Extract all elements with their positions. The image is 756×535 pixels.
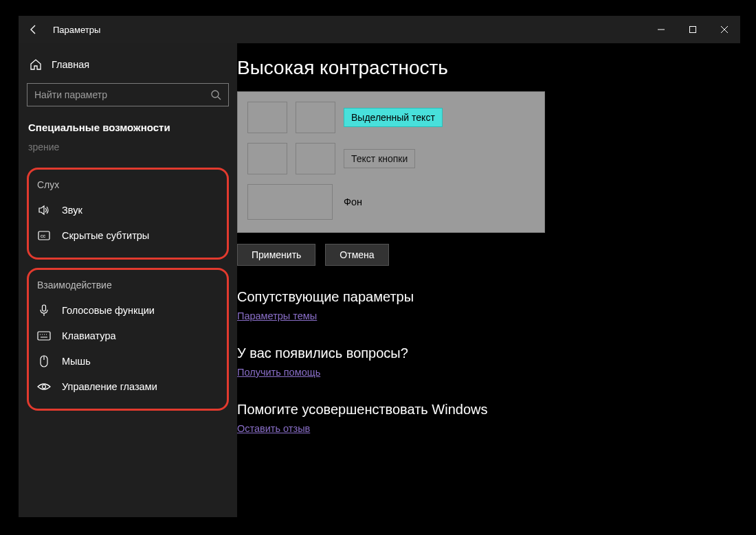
group-interaction-label: Взаимодействие xyxy=(33,277,223,297)
settings-window: Параметры Главная xyxy=(19,16,740,517)
sidebar-item-speech[interactable]: Голосовые функции xyxy=(33,297,223,323)
microphone-icon xyxy=(37,304,51,317)
feedback-heading: Помогите усовершенствовать Windows xyxy=(237,402,726,418)
color-swatch-bg[interactable] xyxy=(296,102,335,133)
color-swatch-background[interactable] xyxy=(247,184,333,220)
feedback-link[interactable]: Оставить отзыв xyxy=(237,423,310,434)
maximize-button[interactable] xyxy=(677,16,709,43)
color-swatch-btn-fg[interactable] xyxy=(247,143,287,174)
section-title: Специальные возможности xyxy=(27,119,229,140)
back-button[interactable] xyxy=(19,16,49,43)
background-label: Фон xyxy=(344,196,362,207)
cancel-button[interactable]: Отмена xyxy=(325,244,388,266)
mouse-icon xyxy=(37,355,51,367)
search-field[interactable] xyxy=(34,89,210,100)
sidebar-item-vision[interactable]: зрение xyxy=(27,140,229,159)
sidebar-item-keyboard[interactable]: Клавиатура xyxy=(33,323,223,348)
speaker-icon xyxy=(37,204,51,216)
sidebar-item-mouse[interactable]: Мышь xyxy=(33,348,223,374)
apply-button[interactable]: Применить xyxy=(237,244,315,266)
group-hearing-label: Слух xyxy=(33,177,223,197)
window-title: Параметры xyxy=(53,25,100,35)
close-button[interactable] xyxy=(709,16,740,43)
eye-icon xyxy=(37,382,51,391)
home-link[interactable]: Главная xyxy=(27,54,229,83)
svg-line-3 xyxy=(218,97,221,100)
svg-point-16 xyxy=(43,385,46,389)
questions-heading: У вас появились вопросы? xyxy=(237,345,726,361)
page-title: Высокая контрастность xyxy=(237,57,726,79)
svg-rect-8 xyxy=(38,332,50,340)
sidebar-item-sound[interactable]: Звук xyxy=(33,197,223,223)
selected-text-chip[interactable]: Выделенный текст xyxy=(344,108,443,127)
sidebar-item-label: Звук xyxy=(62,205,82,216)
sidebar-item-label: Клавиатура xyxy=(62,330,116,341)
home-icon xyxy=(30,58,42,71)
captions-icon: cc xyxy=(37,231,51,240)
minimize-button[interactable] xyxy=(645,16,677,43)
main-content: Высокая контрастность Выделенный текст Т… xyxy=(237,43,740,517)
window-controls xyxy=(645,16,740,43)
svg-rect-1 xyxy=(690,27,696,33)
sidebar-item-label: Голосовые функции xyxy=(62,305,155,316)
titlebar: Параметры xyxy=(19,16,740,43)
theme-settings-link[interactable]: Параметры темы xyxy=(237,310,317,321)
sidebar-item-eye-control[interactable]: Управление глазами xyxy=(33,374,223,399)
get-help-link[interactable]: Получить помощь xyxy=(237,367,320,378)
related-heading: Сопутствующие параметры xyxy=(237,289,726,305)
color-preview-panel: Выделенный текст Текст кнопки Фон xyxy=(237,91,545,233)
group-hearing: Слух Звук cc Скрытые субтитры xyxy=(27,168,229,260)
sidebar-item-label: Скрытые субтитры xyxy=(62,230,149,241)
svg-text:cc: cc xyxy=(41,234,46,238)
sidebar: Главная Специальные возможности зрение С… xyxy=(19,43,237,517)
sidebar-item-label: Мышь xyxy=(62,356,91,367)
search-icon xyxy=(210,89,221,100)
home-label: Главная xyxy=(52,59,89,70)
color-swatch-btn-bg[interactable] xyxy=(296,143,335,174)
search-input[interactable] xyxy=(27,83,229,106)
sidebar-item-captions[interactable]: cc Скрытые субтитры xyxy=(33,223,223,248)
group-interaction: Взаимодействие Голосовые функции Клавиат… xyxy=(27,268,229,411)
keyboard-icon xyxy=(37,331,51,341)
color-swatch-fg[interactable] xyxy=(247,102,287,133)
svg-rect-6 xyxy=(43,305,46,311)
svg-point-2 xyxy=(212,91,219,98)
button-text-chip[interactable]: Текст кнопки xyxy=(344,149,415,168)
sidebar-item-label: Управление глазами xyxy=(62,381,157,392)
